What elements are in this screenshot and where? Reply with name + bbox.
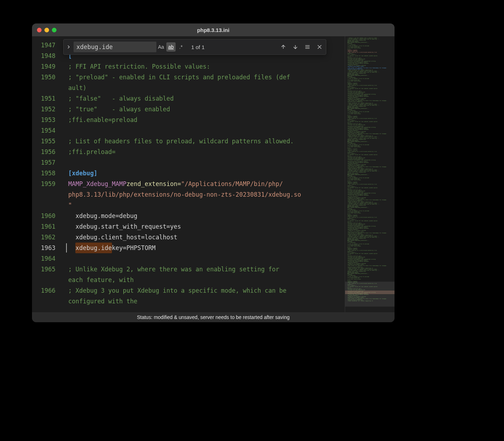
code-line[interactable]: php8.3.13/lib/php/extensions/no-debug-no… xyxy=(68,189,345,200)
line-number: 1960 xyxy=(32,211,60,221)
find-in-selection-icon[interactable] xyxy=(304,43,311,51)
code-line[interactable]: configured with the xyxy=(68,296,345,307)
line-number: 1952 xyxy=(32,104,60,115)
find-prev-icon[interactable] xyxy=(280,43,287,51)
line-number: 1958 xyxy=(32,168,60,179)
code-line[interactable]: xdebug.idekey=PHPSTORM xyxy=(68,243,345,253)
code-line[interactable]: " xyxy=(68,200,345,211)
editor-window: php8.3.13.ini Aa ab .* 1 of 1 xyxy=(32,23,395,322)
status-text: Status: modified & unsaved, server needs… xyxy=(137,314,290,320)
code-line[interactable]: xdebug.mode=debug xyxy=(68,211,345,221)
code-line[interactable]: ;ffi.enable=preload xyxy=(68,115,345,125)
line-number: 1963 xyxy=(32,243,60,253)
code-line[interactable]: xdebug.start_with_request=yes xyxy=(68,221,345,232)
zoom-window-button[interactable] xyxy=(52,28,57,32)
toggle-replace-icon[interactable] xyxy=(65,44,72,51)
code-line[interactable]: ;ffi.preload= xyxy=(68,147,345,157)
line-number: 1947 xyxy=(32,40,60,51)
line-number: 1950 xyxy=(32,72,60,83)
whole-word-toggle[interactable]: ab xyxy=(166,42,176,52)
code-line[interactable]: ; "preload" - enabled in CLI scripts and… xyxy=(68,72,345,83)
titlebar: php8.3.13.ini xyxy=(32,23,395,36)
find-next-icon[interactable] xyxy=(292,43,299,51)
line-number: 1956 xyxy=(32,147,60,157)
code-line[interactable]: ; "false" - always disabled xyxy=(68,93,345,104)
code-line[interactable] xyxy=(68,253,345,264)
close-window-button[interactable] xyxy=(37,28,42,32)
find-options: Aa ab .* xyxy=(156,42,186,52)
code-line[interactable]: each feature, with xyxy=(68,275,345,285)
code-line[interactable]: ; "true" - always enabled xyxy=(68,104,345,115)
regex-toggle[interactable]: .* xyxy=(176,42,186,52)
code-line[interactable]: ; FFI API restriction. Possible values: xyxy=(68,61,345,72)
line-number: 1962 xyxy=(32,232,60,243)
code-line[interactable]: [xdebug] xyxy=(68,168,345,179)
find-bar: Aa ab .* 1 of 1 xyxy=(63,39,326,55)
find-input[interactable] xyxy=(74,42,156,52)
line-number: 1955 xyxy=(32,136,60,147)
line-number: 1965 xyxy=(32,264,60,275)
line-number: 1961 xyxy=(32,221,60,232)
line-number-gutter: 1947194819491950.19511952195319541955195… xyxy=(32,36,60,312)
line-number: 1959 xyxy=(32,179,60,189)
code-line[interactable]: ; Xdebug 3 you put Xdebug into a specifi… xyxy=(68,285,345,296)
minimize-window-button[interactable] xyxy=(44,28,49,32)
line-number: 1949 xyxy=(32,61,60,72)
line-number: 1957 xyxy=(32,157,60,168)
code-line[interactable]: ; List of headers files to preload, wild… xyxy=(68,136,345,147)
close-find-icon[interactable] xyxy=(316,43,323,51)
code-line[interactable]: xdebug.client_host=localhost xyxy=(68,232,345,243)
line-number: 1964 xyxy=(32,253,60,264)
find-match-count: 1 of 1 xyxy=(191,44,205,50)
status-bar: Status: modified & unsaved, server needs… xyxy=(32,312,395,322)
window-title: php8.3.13.ini xyxy=(32,27,395,33)
code-line[interactable]: MAMP_Xdebug_MAMPzend_extension="/Applica… xyxy=(68,179,345,189)
minimap-viewport[interactable] xyxy=(345,282,395,307)
line-number: 1951 xyxy=(32,93,60,104)
line-number: 1954 xyxy=(32,125,60,136)
minimap[interactable]: ; Xdebug 3 you put Xdebug into a specifi… xyxy=(345,36,395,312)
match-case-toggle[interactable]: Aa xyxy=(156,42,166,52)
code-line[interactable] xyxy=(68,125,345,136)
traffic-lights xyxy=(37,28,57,32)
code-line[interactable] xyxy=(68,157,345,168)
code-area[interactable]: [ffi][; FFI API restriction. Possible va… xyxy=(60,36,345,312)
line-number: 1953 xyxy=(32,115,60,125)
code-line[interactable]: ault) xyxy=(68,83,345,93)
line-number: 1966 xyxy=(32,285,60,296)
editor-body: Aa ab .* 1 of 1 19471948 xyxy=(32,36,395,312)
code-line[interactable]: ; Unlike Xdebug 2, where there was an en… xyxy=(68,264,345,275)
line-number: 1948 xyxy=(32,51,60,61)
